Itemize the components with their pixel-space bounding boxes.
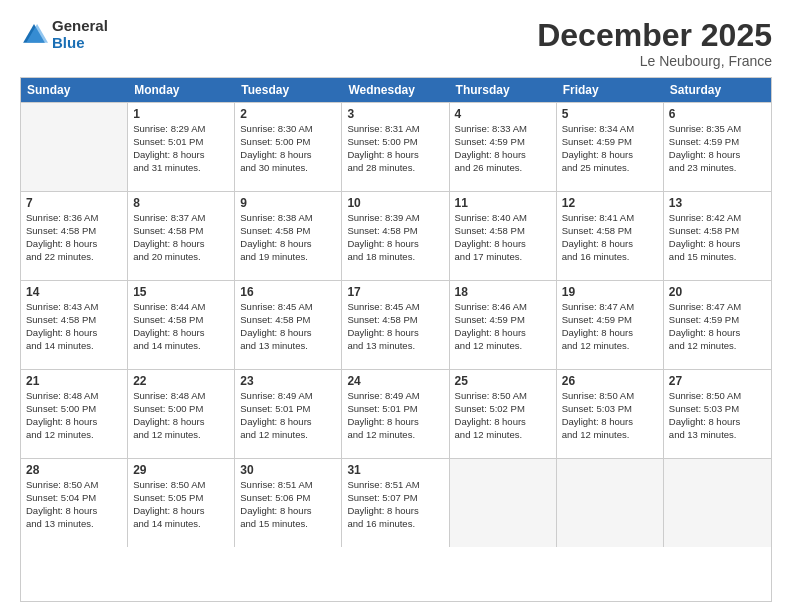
cell-line: and 12 minutes. <box>455 429 551 442</box>
cell-line: Sunset: 5:00 PM <box>133 403 229 416</box>
cell-line: Daylight: 8 hours <box>240 416 336 429</box>
day-number: 13 <box>669 196 766 210</box>
day-number: 25 <box>455 374 551 388</box>
header-day: Friday <box>557 78 664 102</box>
cell-line: Sunset: 5:01 PM <box>240 403 336 416</box>
day-number: 8 <box>133 196 229 210</box>
cell-line: and 12 minutes. <box>240 429 336 442</box>
cell-line: Daylight: 8 hours <box>240 149 336 162</box>
cell-line: and 18 minutes. <box>347 251 443 264</box>
cell-line: Sunrise: 8:50 AM <box>133 479 229 492</box>
cell-line: and 19 minutes. <box>240 251 336 264</box>
cell-line: and 25 minutes. <box>562 162 658 175</box>
header-day: Wednesday <box>342 78 449 102</box>
calendar-body: 1Sunrise: 8:29 AMSunset: 5:01 PMDaylight… <box>21 102 771 547</box>
calendar-cell: 24Sunrise: 8:49 AMSunset: 5:01 PMDayligh… <box>342 370 449 458</box>
day-number: 31 <box>347 463 443 477</box>
cell-line: and 17 minutes. <box>455 251 551 264</box>
calendar-cell: 20Sunrise: 8:47 AMSunset: 4:59 PMDayligh… <box>664 281 771 369</box>
cell-line: Sunrise: 8:43 AM <box>26 301 122 314</box>
day-number: 5 <box>562 107 658 121</box>
calendar-cell: 10Sunrise: 8:39 AMSunset: 4:58 PMDayligh… <box>342 192 449 280</box>
cell-line: Daylight: 8 hours <box>26 505 122 518</box>
cell-line: Sunrise: 8:51 AM <box>347 479 443 492</box>
calendar-header: SundayMondayTuesdayWednesdayThursdayFrid… <box>21 78 771 102</box>
header-day: Thursday <box>450 78 557 102</box>
cell-line: Sunrise: 8:48 AM <box>133 390 229 403</box>
day-number: 17 <box>347 285 443 299</box>
cell-line: Sunset: 4:59 PM <box>562 136 658 149</box>
calendar-cell: 9Sunrise: 8:38 AMSunset: 4:58 PMDaylight… <box>235 192 342 280</box>
cell-line: Daylight: 8 hours <box>562 416 658 429</box>
header: General Blue December 2025 Le Neubourg, … <box>20 18 772 69</box>
cell-line: Daylight: 8 hours <box>133 416 229 429</box>
calendar-cell: 2Sunrise: 8:30 AMSunset: 5:00 PMDaylight… <box>235 103 342 191</box>
day-number: 10 <box>347 196 443 210</box>
cell-line: and 31 minutes. <box>133 162 229 175</box>
calendar-cell <box>21 103 128 191</box>
cell-line: Daylight: 8 hours <box>562 238 658 251</box>
cell-line: and 12 minutes. <box>669 340 766 353</box>
calendar-cell: 12Sunrise: 8:41 AMSunset: 4:58 PMDayligh… <box>557 192 664 280</box>
cell-line: Daylight: 8 hours <box>133 327 229 340</box>
cell-line: Sunrise: 8:33 AM <box>455 123 551 136</box>
cell-line: Daylight: 8 hours <box>455 149 551 162</box>
logo-general: General <box>52 18 108 35</box>
cell-line: and 20 minutes. <box>133 251 229 264</box>
cell-line: and 13 minutes. <box>347 340 443 353</box>
cell-line: Sunset: 4:58 PM <box>26 225 122 238</box>
calendar-cell: 6Sunrise: 8:35 AMSunset: 4:59 PMDaylight… <box>664 103 771 191</box>
cell-line: Sunset: 4:59 PM <box>455 136 551 149</box>
cell-line: Daylight: 8 hours <box>455 238 551 251</box>
cell-line: Sunset: 5:03 PM <box>562 403 658 416</box>
day-number: 7 <box>26 196 122 210</box>
cell-line: Sunrise: 8:47 AM <box>669 301 766 314</box>
cell-line: Sunset: 5:07 PM <box>347 492 443 505</box>
cell-line: Daylight: 8 hours <box>133 149 229 162</box>
cell-line: Sunrise: 8:34 AM <box>562 123 658 136</box>
calendar-cell: 19Sunrise: 8:47 AMSunset: 4:59 PMDayligh… <box>557 281 664 369</box>
cell-line: Sunrise: 8:50 AM <box>562 390 658 403</box>
location: Le Neubourg, France <box>537 53 772 69</box>
cell-line: Sunset: 4:58 PM <box>455 225 551 238</box>
day-number: 30 <box>240 463 336 477</box>
cell-line: Sunrise: 8:37 AM <box>133 212 229 225</box>
cell-line: and 12 minutes. <box>562 429 658 442</box>
cell-line: Sunset: 5:04 PM <box>26 492 122 505</box>
day-number: 2 <box>240 107 336 121</box>
day-number: 26 <box>562 374 658 388</box>
logo-blue: Blue <box>52 35 108 52</box>
calendar-cell: 17Sunrise: 8:45 AMSunset: 4:58 PMDayligh… <box>342 281 449 369</box>
cell-line: Sunset: 5:02 PM <box>455 403 551 416</box>
day-number: 28 <box>26 463 122 477</box>
calendar-cell: 7Sunrise: 8:36 AMSunset: 4:58 PMDaylight… <box>21 192 128 280</box>
cell-line: Sunrise: 8:29 AM <box>133 123 229 136</box>
header-day: Saturday <box>664 78 771 102</box>
day-number: 3 <box>347 107 443 121</box>
cell-line: Daylight: 8 hours <box>347 416 443 429</box>
cell-line: Daylight: 8 hours <box>347 149 443 162</box>
day-number: 29 <box>133 463 229 477</box>
cell-line: Daylight: 8 hours <box>455 327 551 340</box>
calendar-week: 21Sunrise: 8:48 AMSunset: 5:00 PMDayligh… <box>21 369 771 458</box>
day-number: 4 <box>455 107 551 121</box>
day-number: 6 <box>669 107 766 121</box>
calendar-week: 14Sunrise: 8:43 AMSunset: 4:58 PMDayligh… <box>21 280 771 369</box>
cell-line: Daylight: 8 hours <box>26 327 122 340</box>
calendar-cell: 11Sunrise: 8:40 AMSunset: 4:58 PMDayligh… <box>450 192 557 280</box>
cell-line: and 16 minutes. <box>347 518 443 531</box>
calendar-cell: 26Sunrise: 8:50 AMSunset: 5:03 PMDayligh… <box>557 370 664 458</box>
calendar-cell: 23Sunrise: 8:49 AMSunset: 5:01 PMDayligh… <box>235 370 342 458</box>
cell-line: and 12 minutes. <box>455 340 551 353</box>
calendar-week: 7Sunrise: 8:36 AMSunset: 4:58 PMDaylight… <box>21 191 771 280</box>
cell-line: Sunset: 4:58 PM <box>240 314 336 327</box>
calendar-cell: 27Sunrise: 8:50 AMSunset: 5:03 PMDayligh… <box>664 370 771 458</box>
cell-line: and 30 minutes. <box>240 162 336 175</box>
cell-line: Sunset: 4:59 PM <box>669 136 766 149</box>
cell-line: Daylight: 8 hours <box>240 505 336 518</box>
cell-line: Sunrise: 8:50 AM <box>669 390 766 403</box>
calendar-cell: 16Sunrise: 8:45 AMSunset: 4:58 PMDayligh… <box>235 281 342 369</box>
cell-line: Daylight: 8 hours <box>133 238 229 251</box>
cell-line: Sunrise: 8:42 AM <box>669 212 766 225</box>
header-day: Sunday <box>21 78 128 102</box>
